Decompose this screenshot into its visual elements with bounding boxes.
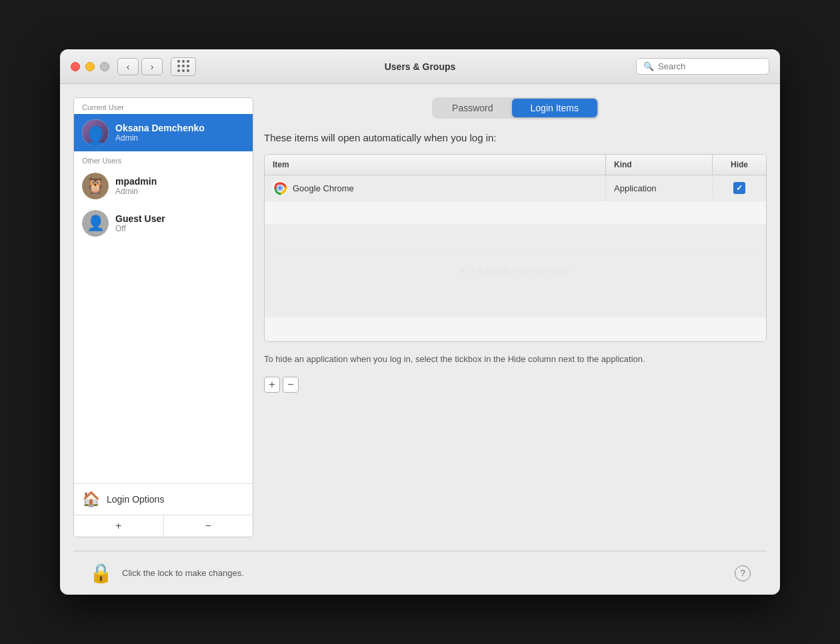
search-box[interactable]: 🔍 bbox=[636, 58, 769, 75]
add-user-button[interactable]: + bbox=[74, 515, 164, 537]
sidebar-spacer bbox=[74, 242, 253, 483]
lock-bar: 🔒 Click the lock to make changes. ? bbox=[73, 551, 767, 595]
svg-point-4 bbox=[279, 187, 282, 190]
sidebar: Current User Oksana Demchenko Admin Othe… bbox=[73, 97, 253, 537]
add-item-button[interactable]: + bbox=[264, 377, 280, 393]
table-body: Google Chrome Application ✓ ⊕ 大米软件园 mac.… bbox=[265, 175, 766, 341]
mpadmin-role: Admin bbox=[115, 187, 157, 196]
oksana-user-info: Oksana Demchenko Admin bbox=[115, 123, 205, 143]
traffic-lights bbox=[71, 62, 109, 71]
guest-name: Guest User bbox=[115, 213, 165, 224]
mpadmin-user-info: mpadmin Admin bbox=[115, 176, 157, 196]
tab-login-items[interactable]: Login Items bbox=[512, 99, 597, 117]
content-area: Current User Oksana Demchenko Admin Othe… bbox=[60, 84, 780, 551]
col-item: Item bbox=[265, 155, 606, 175]
avatar-mpadmin: 🦉 bbox=[82, 173, 109, 199]
guest-user-item[interactable]: 👤 Guest User Off bbox=[74, 205, 253, 242]
current-user-label: Current User bbox=[74, 98, 253, 114]
grid-view-button[interactable] bbox=[171, 57, 196, 76]
hide-cell[interactable]: ✓ bbox=[713, 177, 766, 199]
hide-checkbox[interactable]: ✓ bbox=[733, 182, 745, 194]
login-options-label: Login Options bbox=[107, 494, 164, 505]
col-hide: Hide bbox=[713, 155, 766, 175]
tab-password[interactable]: Password bbox=[433, 99, 511, 117]
empty-row bbox=[265, 225, 766, 249]
mpadmin-avatar-img: 🦉 bbox=[82, 173, 109, 199]
mpadmin-user-item[interactable]: 🦉 mpadmin Admin bbox=[74, 167, 253, 205]
other-users-label: Other Users bbox=[74, 151, 253, 167]
description-text: These items will open automatically when… bbox=[264, 132, 767, 143]
table-action-buttons: + − bbox=[264, 377, 767, 393]
sidebar-actions: + − bbox=[74, 515, 253, 537]
chrome-icon bbox=[273, 181, 287, 195]
item-name: Google Chrome bbox=[293, 183, 354, 193]
tab-bar: Password Login Items bbox=[264, 97, 767, 119]
search-input[interactable] bbox=[658, 61, 762, 71]
back-button[interactable]: ‹ bbox=[117, 58, 139, 75]
avatar-oksana bbox=[82, 119, 109, 146]
guest-avatar-img: 👤 bbox=[82, 210, 109, 237]
lock-text: Click the lock to make changes. bbox=[122, 568, 725, 578]
minimize-button[interactable] bbox=[85, 62, 95, 71]
current-user-item[interactable]: Oksana Demchenko Admin bbox=[74, 114, 253, 151]
items-table: Item Kind Hide bbox=[264, 154, 767, 342]
oksana-role: Admin bbox=[115, 133, 205, 143]
oksana-name: Oksana Demchenko bbox=[115, 123, 205, 133]
table-header: Item Kind Hide bbox=[265, 155, 766, 175]
zoom-button[interactable] bbox=[100, 62, 109, 71]
guest-role: Off bbox=[115, 224, 165, 233]
avatar-guest: 👤 bbox=[82, 210, 109, 237]
col-kind: Kind bbox=[606, 155, 713, 175]
kind-cell: Application bbox=[606, 178, 713, 199]
close-button[interactable] bbox=[71, 62, 80, 71]
login-options-icon: 🏠 bbox=[82, 491, 100, 508]
empty-row bbox=[265, 317, 766, 341]
table-row[interactable]: Google Chrome Application ✓ bbox=[265, 175, 766, 201]
guest-user-info: Guest User Off bbox=[115, 213, 165, 233]
oksana-avatar-img bbox=[82, 119, 109, 146]
window-title: Users & Groups bbox=[385, 61, 456, 72]
search-icon: 🔍 bbox=[643, 61, 654, 71]
empty-row bbox=[265, 293, 766, 317]
watermark: ⊕ 大米软件园 mac.orsoon.com bbox=[265, 249, 766, 293]
mpadmin-name: mpadmin bbox=[115, 176, 157, 187]
forward-button[interactable]: › bbox=[141, 58, 163, 75]
remove-user-button[interactable]: − bbox=[164, 515, 253, 537]
help-button[interactable]: ? bbox=[735, 565, 751, 581]
empty-row bbox=[265, 201, 766, 225]
login-options-item[interactable]: 🏠 Login Options bbox=[74, 483, 253, 515]
lock-icon[interactable]: 🔒 bbox=[89, 562, 113, 584]
hint-text: To hide an application when you log in, … bbox=[264, 353, 767, 366]
main-panel: Password Login Items These items will op… bbox=[264, 97, 767, 537]
nav-buttons: ‹ › bbox=[117, 58, 163, 75]
tab-container: Password Login Items bbox=[432, 97, 599, 119]
titlebar: ‹ › Users & Groups 🔍 bbox=[60, 49, 780, 84]
remove-item-button[interactable]: − bbox=[283, 377, 299, 393]
item-cell: Google Chrome bbox=[265, 175, 606, 201]
main-window: ‹ › Users & Groups 🔍 Current User bbox=[60, 49, 780, 595]
grid-icon bbox=[177, 60, 190, 73]
